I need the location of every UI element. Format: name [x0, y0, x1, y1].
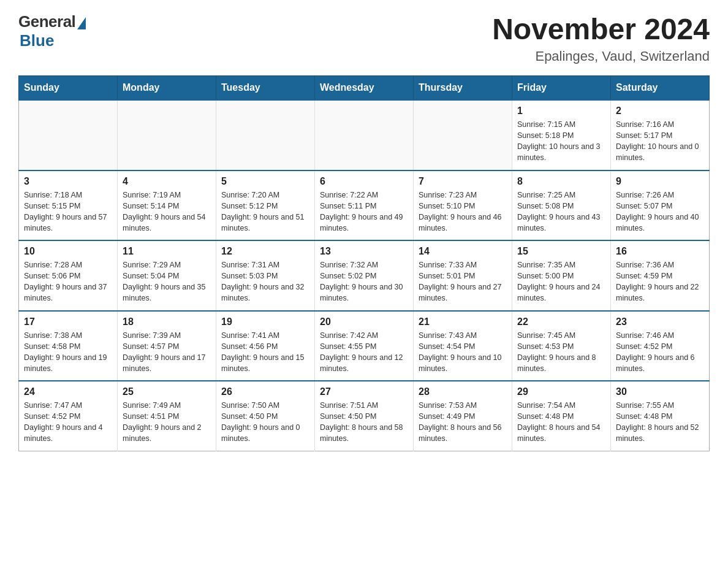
calendar-cell: 3Sunrise: 7:18 AMSunset: 5:15 PMDaylight…: [19, 170, 118, 241]
day-number: 26: [221, 386, 309, 397]
header-cell-friday: Friday: [512, 76, 611, 101]
calendar-cell: 2Sunrise: 7:16 AMSunset: 5:17 PMDaylight…: [611, 100, 710, 170]
day-info: Sunrise: 7:23 AMSunset: 5:10 PMDaylight:…: [419, 190, 507, 234]
calendar-cell: 4Sunrise: 7:19 AMSunset: 5:14 PMDaylight…: [118, 170, 216, 241]
day-number: 17: [24, 316, 112, 327]
logo: General Blue: [18, 12, 86, 50]
day-number: 2: [616, 105, 704, 117]
day-info: Sunrise: 7:18 AMSunset: 5:15 PMDaylight:…: [24, 190, 112, 234]
day-info: Sunrise: 7:32 AMSunset: 5:02 PMDaylight:…: [320, 259, 408, 304]
calendar-cell: 12Sunrise: 7:31 AMSunset: 5:03 PMDayligh…: [216, 240, 315, 311]
day-number: 30: [616, 386, 704, 397]
calendar-cell: 11Sunrise: 7:29 AMSunset: 5:04 PMDayligh…: [118, 240, 216, 311]
calendar-cell: [19, 100, 118, 170]
day-info: Sunrise: 7:38 AMSunset: 4:58 PMDaylight:…: [24, 330, 112, 375]
day-number: 28: [419, 386, 507, 397]
day-info: Sunrise: 7:26 AMSunset: 5:07 PMDaylight:…: [616, 190, 704, 234]
day-number: 16: [616, 246, 704, 257]
header-cell-thursday: Thursday: [414, 76, 512, 101]
header-cell-monday: Monday: [118, 76, 216, 101]
day-number: 19: [221, 316, 309, 327]
day-number: 20: [320, 316, 408, 327]
calendar-cell: 10Sunrise: 7:28 AMSunset: 5:06 PMDayligh…: [19, 240, 118, 311]
calendar-cell: 5Sunrise: 7:20 AMSunset: 5:12 PMDaylight…: [216, 170, 315, 241]
day-number: 18: [123, 316, 211, 327]
day-number: 11: [123, 246, 211, 257]
day-info: Sunrise: 7:55 AMSunset: 4:48 PMDaylight:…: [616, 400, 704, 445]
calendar-cell: 21Sunrise: 7:43 AMSunset: 4:54 PMDayligh…: [414, 311, 512, 381]
calendar-header: SundayMondayTuesdayWednesdayThursdayFrid…: [19, 76, 710, 101]
day-info: Sunrise: 7:43 AMSunset: 4:54 PMDaylight:…: [419, 330, 507, 375]
calendar-week-1: 1Sunrise: 7:15 AMSunset: 5:18 PMDaylight…: [19, 100, 710, 170]
header-cell-saturday: Saturday: [611, 76, 710, 101]
day-number: 27: [320, 386, 408, 397]
calendar-cell: 8Sunrise: 7:25 AMSunset: 5:08 PMDaylight…: [512, 170, 611, 241]
header-cell-wednesday: Wednesday: [315, 76, 414, 101]
header-cell-tuesday: Tuesday: [216, 76, 315, 101]
calendar-cell: 26Sunrise: 7:50 AMSunset: 4:50 PMDayligh…: [216, 381, 315, 451]
day-number: 29: [517, 386, 605, 397]
calendar-cell: 14Sunrise: 7:33 AMSunset: 5:01 PMDayligh…: [414, 240, 512, 311]
calendar-cell: 22Sunrise: 7:45 AMSunset: 4:53 PMDayligh…: [512, 311, 611, 381]
header-cell-sunday: Sunday: [19, 76, 118, 101]
day-number: 21: [419, 316, 507, 327]
location-label: Epalinges, Vaud, Switzerland: [492, 48, 710, 64]
calendar-table: SundayMondayTuesdayWednesdayThursdayFrid…: [18, 75, 710, 451]
day-info: Sunrise: 7:20 AMSunset: 5:12 PMDaylight:…: [221, 190, 309, 234]
logo-general-text: General: [18, 12, 75, 31]
calendar-cell: 23Sunrise: 7:46 AMSunset: 4:52 PMDayligh…: [611, 311, 710, 381]
calendar-cell: 6Sunrise: 7:22 AMSunset: 5:11 PMDaylight…: [315, 170, 414, 241]
calendar-cell: 30Sunrise: 7:55 AMSunset: 4:48 PMDayligh…: [611, 381, 710, 451]
calendar-cell: 1Sunrise: 7:15 AMSunset: 5:18 PMDaylight…: [512, 100, 611, 170]
day-number: 5: [221, 176, 309, 187]
day-info: Sunrise: 7:51 AMSunset: 4:50 PMDaylight:…: [320, 400, 408, 445]
day-number: 15: [517, 246, 605, 257]
calendar-cell: [216, 100, 315, 170]
day-number: 22: [517, 316, 605, 327]
day-info: Sunrise: 7:54 AMSunset: 4:48 PMDaylight:…: [517, 400, 605, 445]
day-info: Sunrise: 7:22 AMSunset: 5:11 PMDaylight:…: [320, 190, 408, 234]
day-info: Sunrise: 7:50 AMSunset: 4:50 PMDaylight:…: [221, 400, 309, 445]
calendar-cell: 18Sunrise: 7:39 AMSunset: 4:57 PMDayligh…: [118, 311, 216, 381]
day-info: Sunrise: 7:39 AMSunset: 4:57 PMDaylight:…: [123, 330, 211, 375]
calendar-body: 1Sunrise: 7:15 AMSunset: 5:18 PMDaylight…: [19, 100, 710, 451]
day-info: Sunrise: 7:33 AMSunset: 5:01 PMDaylight:…: [419, 259, 507, 304]
calendar-cell: 28Sunrise: 7:53 AMSunset: 4:49 PMDayligh…: [414, 381, 512, 451]
calendar-cell: 17Sunrise: 7:38 AMSunset: 4:58 PMDayligh…: [19, 311, 118, 381]
day-info: Sunrise: 7:36 AMSunset: 4:59 PMDaylight:…: [616, 259, 704, 304]
calendar-cell: 15Sunrise: 7:35 AMSunset: 5:00 PMDayligh…: [512, 240, 611, 311]
logo-triangle-icon: [77, 17, 86, 29]
day-number: 14: [419, 246, 507, 257]
day-number: 3: [24, 176, 112, 187]
calendar-cell: 19Sunrise: 7:41 AMSunset: 4:56 PMDayligh…: [216, 311, 315, 381]
page-header: General Blue November 2024 Epalinges, Va…: [18, 12, 710, 64]
month-title: November 2024: [492, 12, 710, 46]
day-number: 8: [517, 176, 605, 187]
day-number: 10: [24, 246, 112, 257]
day-number: 24: [24, 386, 112, 397]
calendar-week-5: 24Sunrise: 7:47 AMSunset: 4:52 PMDayligh…: [19, 381, 710, 451]
day-info: Sunrise: 7:16 AMSunset: 5:17 PMDaylight:…: [616, 119, 704, 164]
day-number: 6: [320, 176, 408, 187]
day-info: Sunrise: 7:19 AMSunset: 5:14 PMDaylight:…: [123, 190, 211, 234]
calendar-cell: 25Sunrise: 7:49 AMSunset: 4:51 PMDayligh…: [118, 381, 216, 451]
calendar-week-2: 3Sunrise: 7:18 AMSunset: 5:15 PMDaylight…: [19, 170, 710, 241]
day-number: 9: [616, 176, 704, 187]
day-info: Sunrise: 7:46 AMSunset: 4:52 PMDaylight:…: [616, 330, 704, 375]
day-number: 25: [123, 386, 211, 397]
day-number: 4: [123, 176, 211, 187]
day-number: 23: [616, 316, 704, 327]
day-info: Sunrise: 7:42 AMSunset: 4:55 PMDaylight:…: [320, 330, 408, 375]
calendar-cell: 13Sunrise: 7:32 AMSunset: 5:02 PMDayligh…: [315, 240, 414, 311]
header-row: SundayMondayTuesdayWednesdayThursdayFrid…: [19, 76, 710, 101]
day-info: Sunrise: 7:28 AMSunset: 5:06 PMDaylight:…: [24, 259, 112, 304]
calendar-cell: [414, 100, 512, 170]
day-info: Sunrise: 7:15 AMSunset: 5:18 PMDaylight:…: [517, 119, 605, 164]
calendar-cell: [315, 100, 414, 170]
calendar-cell: 29Sunrise: 7:54 AMSunset: 4:48 PMDayligh…: [512, 381, 611, 451]
day-info: Sunrise: 7:31 AMSunset: 5:03 PMDaylight:…: [221, 259, 309, 304]
day-info: Sunrise: 7:29 AMSunset: 5:04 PMDaylight:…: [123, 259, 211, 304]
title-section: November 2024 Epalinges, Vaud, Switzerla…: [492, 12, 710, 64]
calendar-cell: 20Sunrise: 7:42 AMSunset: 4:55 PMDayligh…: [315, 311, 414, 381]
calendar-cell: 16Sunrise: 7:36 AMSunset: 4:59 PMDayligh…: [611, 240, 710, 311]
